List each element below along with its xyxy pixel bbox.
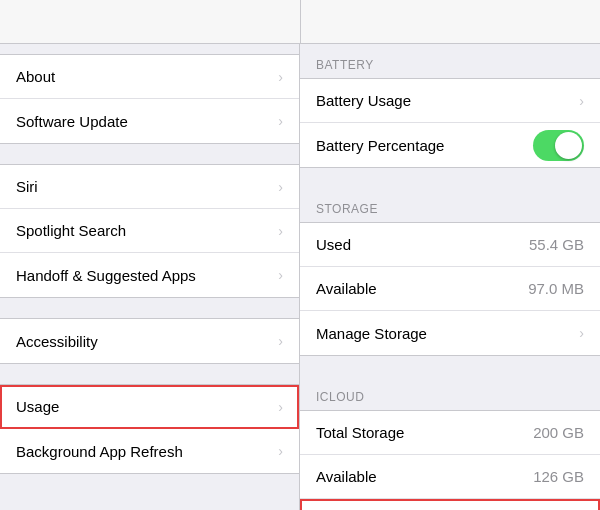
row-label-battery-usage: Battery Usage	[316, 92, 579, 109]
toggle-battery-percentage[interactable]	[533, 130, 584, 161]
right-row-icloud-total[interactable]: Total Storage200 GB	[300, 411, 600, 455]
chevron-icon: ›	[278, 113, 283, 129]
main-content: About›Software Update›Siri›Spotlight Sea…	[0, 44, 600, 510]
row-label-background-app-refresh: Background App Refresh	[16, 443, 278, 460]
row-right-storage-used: 55.4 GB	[529, 236, 584, 253]
right-group-1: Used55.4 GBAvailable97.0 MBManage Storag…	[300, 222, 600, 356]
left-group-3: Usage›Background App Refresh›	[0, 384, 299, 474]
left-row-spotlight-search[interactable]: Spotlight Search›	[0, 209, 299, 253]
row-label-siri: Siri	[16, 178, 278, 195]
value-storage-available: 97.0 MB	[528, 280, 584, 297]
row-chevron-handoff: ›	[278, 267, 283, 283]
right-row-icloud-available[interactable]: Available126 GB	[300, 455, 600, 499]
row-right-battery-percentage	[533, 130, 584, 161]
row-right-icloud-total: 200 GB	[533, 424, 584, 441]
row-chevron-usage: ›	[278, 399, 283, 415]
row-chevron-accessibility: ›	[278, 333, 283, 349]
right-section-header-1: STORAGE	[300, 188, 600, 222]
chevron-icon: ›	[278, 333, 283, 349]
row-right-manage-storage: ›	[579, 325, 584, 341]
left-row-background-app-refresh[interactable]: Background App Refresh›	[0, 429, 299, 473]
left-tab[interactable]	[124, 0, 176, 43]
right-row-storage-available[interactable]: Available97.0 MB	[300, 267, 600, 311]
chevron-icon: ›	[278, 223, 283, 239]
right-group-0: Battery Usage›Battery Percentage	[300, 78, 600, 168]
right-section-header-2: ICLOUD	[300, 376, 600, 410]
left-row-about[interactable]: About›	[0, 55, 299, 99]
value-storage-used: 55.4 GB	[529, 236, 584, 253]
row-label-handoff: Handoff & Suggested Apps	[16, 267, 278, 284]
row-chevron-about: ›	[278, 69, 283, 85]
row-chevron-background-app-refresh: ›	[278, 443, 283, 459]
row-label-manage-storage: Manage Storage	[316, 325, 579, 342]
row-chevron-software-update: ›	[278, 113, 283, 129]
tab-bar	[0, 0, 600, 44]
right-row-storage-used[interactable]: Used55.4 GB	[300, 223, 600, 267]
left-row-usage[interactable]: Usage›	[0, 385, 299, 429]
right-row-icloud-manage-storage[interactable]: Manage Storage›	[300, 499, 600, 510]
row-chevron-siri: ›	[278, 179, 283, 195]
row-right-storage-available: 97.0 MB	[528, 280, 584, 297]
row-label-battery-percentage: Battery Percentage	[316, 137, 533, 154]
chevron-icon: ›	[278, 267, 283, 283]
left-pane: About›Software Update›Siri›Spotlight Sea…	[0, 44, 300, 510]
left-group-2: Accessibility›	[0, 318, 299, 364]
chevron-icon: ›	[579, 325, 584, 341]
right-pane: BATTERYBattery Usage›Battery PercentageS…	[300, 44, 600, 510]
right-section-header-0: BATTERY	[300, 44, 600, 78]
left-row-handoff[interactable]: Handoff & Suggested Apps›	[0, 253, 299, 297]
left-group-1: Siri›Spotlight Search›Handoff & Suggeste…	[0, 164, 299, 298]
row-right-icloud-available: 126 GB	[533, 468, 584, 485]
row-label-usage: Usage	[16, 398, 278, 415]
left-row-accessibility[interactable]: Accessibility›	[0, 319, 299, 363]
row-label-storage-used: Used	[316, 236, 529, 253]
right-tab[interactable]	[421, 0, 479, 43]
left-row-software-update[interactable]: Software Update›	[0, 99, 299, 143]
row-chevron-spotlight-search: ›	[278, 223, 283, 239]
row-label-storage-available: Available	[316, 280, 528, 297]
chevron-icon: ›	[278, 399, 283, 415]
row-right-battery-usage: ›	[579, 93, 584, 109]
right-row-manage-storage[interactable]: Manage Storage›	[300, 311, 600, 355]
row-label-software-update: Software Update	[16, 113, 278, 130]
row-label-icloud-total: Total Storage	[316, 424, 533, 441]
row-label-accessibility: Accessibility	[16, 333, 278, 350]
right-row-battery-usage[interactable]: Battery Usage›	[300, 79, 600, 123]
left-group-0: About›Software Update›	[0, 54, 299, 144]
right-row-battery-percentage[interactable]: Battery Percentage	[300, 123, 600, 167]
chevron-icon: ›	[278, 69, 283, 85]
left-row-siri[interactable]: Siri›	[0, 165, 299, 209]
value-icloud-available: 126 GB	[533, 468, 584, 485]
chevron-icon: ›	[278, 179, 283, 195]
row-label-spotlight-search: Spotlight Search	[16, 222, 278, 239]
row-label-about: About	[16, 68, 278, 85]
row-label-icloud-available: Available	[316, 468, 533, 485]
right-group-2: Total Storage200 GBAvailable126 GBManage…	[300, 410, 600, 510]
value-icloud-total: 200 GB	[533, 424, 584, 441]
chevron-icon: ›	[579, 93, 584, 109]
left-tab-section	[0, 0, 301, 43]
right-tab-section	[301, 0, 601, 43]
chevron-icon: ›	[278, 443, 283, 459]
